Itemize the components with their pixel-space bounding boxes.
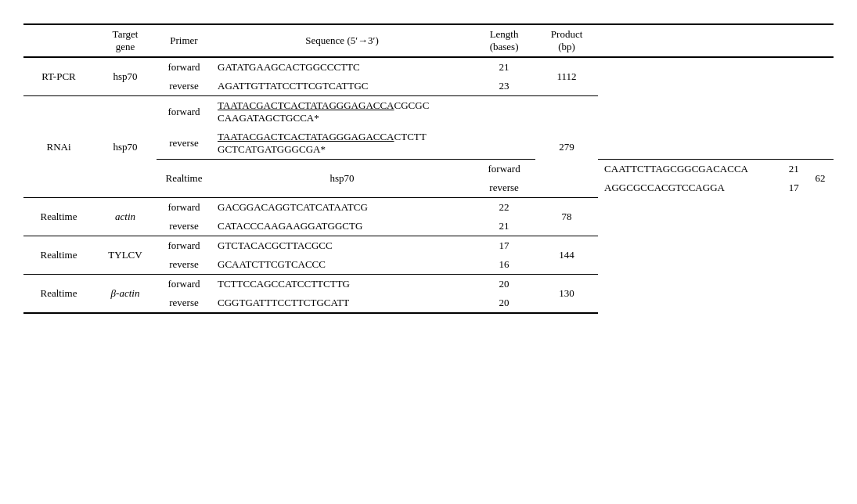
method-cell: RNAi <box>23 96 94 198</box>
primer-label: forward <box>157 236 211 256</box>
product-cell: 62 <box>807 160 834 198</box>
method-cell: Realtime <box>23 198 94 236</box>
primer-label: reverse <box>157 128 211 160</box>
sequence-cell: GACGGACAGGTCATCATAATCG <box>211 198 473 218</box>
length-cell: 20 <box>473 293 535 313</box>
sequence-cell: CAATTCTTAGCGGCGACACCA <box>598 160 780 179</box>
method-cell: Realtime <box>23 275 94 314</box>
primer-label: reverse <box>157 217 211 236</box>
length-cell: 22 <box>473 198 535 218</box>
primer-label: forward <box>473 160 535 179</box>
gene-cell: hsp70 <box>94 58 157 96</box>
sequence-cell: GCAATCTTCGTCACCC <box>211 255 473 275</box>
sequence-cell: GATATGAAGCACTGGCCCTTC <box>211 58 473 77</box>
gene-cell: hsp70 <box>94 96 157 198</box>
col-header-gene: Targetgene <box>94 24 157 57</box>
sequence-cell: AGATTGTTATCCTTCGTCATTGC <box>211 77 473 96</box>
product-cell: 78 <box>535 198 598 236</box>
col-header-primer: Primer <box>157 24 211 57</box>
gene-cell: β-actin <box>94 275 157 314</box>
length-cell <box>473 128 535 160</box>
sequence-cell: TAATACGACTCACTATAGGGAGACCACGCGCCAAGATAGC… <box>211 96 473 128</box>
sequence-cell: TAATACGACTCACTATAGGGAGACCACTCTTGCTCATGAT… <box>211 128 473 160</box>
sequence-cell: AGGCGCCACGTCCAGGA <box>598 178 780 198</box>
gene-cell: hsp70 <box>211 160 473 198</box>
product-cell: 144 <box>535 236 598 275</box>
length-cell: 23 <box>473 77 535 96</box>
primer-label: forward <box>157 198 211 218</box>
col-header-method <box>23 24 94 57</box>
col-header-length: Length(bases) <box>473 24 535 57</box>
primer-table: Targetgene Primer Sequence (5′→3′) Lengt… <box>23 23 834 314</box>
primer-label: reverse <box>157 77 211 96</box>
length-cell: 21 <box>473 58 535 77</box>
gene-cell: TYLCV <box>94 236 157 275</box>
method-cell: Realtime <box>157 160 211 198</box>
length-cell: 21 <box>473 217 535 236</box>
gene-cell: actin <box>94 198 157 236</box>
primer-label: forward <box>157 96 211 128</box>
length-cell: 20 <box>473 275 535 294</box>
col-header-sequence: Sequence (5′→3′) <box>211 24 473 57</box>
sequence-cell: CGGTGATTTCCTTCTGCATT <box>211 293 473 313</box>
primer-label: reverse <box>157 255 211 275</box>
length-cell: 17 <box>780 178 807 198</box>
length-cell: 17 <box>473 236 535 256</box>
sequence-cell: CATACCCAAGAAGGATGGCTG <box>211 217 473 236</box>
col-header-product: Product(bp) <box>535 24 598 57</box>
sequence-cell: GTCTACACGCTTACGCC <box>211 236 473 256</box>
primer-label: reverse <box>157 293 211 313</box>
length-cell: 16 <box>473 255 535 275</box>
method-cell: Realtime <box>23 236 94 275</box>
primer-label: reverse <box>473 178 535 198</box>
sequence-cell: TCTTCCAGCCATCCTTCTTG <box>211 275 473 294</box>
primer-label: forward <box>157 58 211 77</box>
product-cell: 279 <box>535 96 598 198</box>
primer-label: forward <box>157 275 211 294</box>
product-cell: 1112 <box>535 58 598 96</box>
method-cell: RT-PCR <box>23 58 94 96</box>
length-cell <box>473 96 535 128</box>
length-cell: 21 <box>780 160 807 179</box>
product-cell: 130 <box>535 275 598 314</box>
